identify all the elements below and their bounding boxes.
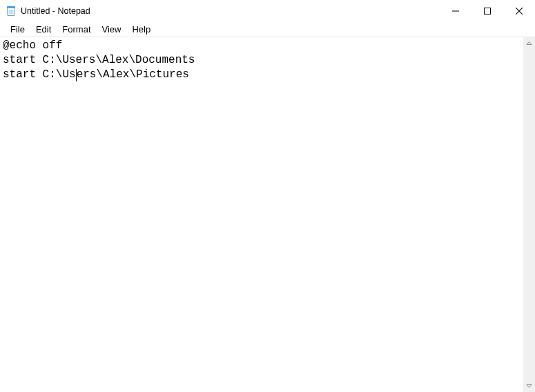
editor-line: start C:\Users\Alex\Pictures — [3, 68, 523, 82]
editor-line: @echo off — [3, 39, 523, 53]
content-area: @echo offstart C:\Users\Alex\Documentsst… — [0, 37, 535, 392]
vertical-scrollbar[interactable] — [523, 37, 535, 392]
menubar: File Edit Format View Help — [0, 22, 535, 37]
svg-rect-6 — [485, 8, 491, 14]
scroll-up-arrow-icon[interactable] — [523, 37, 535, 49]
menu-help[interactable]: Help — [126, 23, 156, 37]
svg-rect-1 — [7, 6, 15, 8]
minimize-button[interactable] — [440, 0, 471, 22]
scrollbar-track[interactable] — [523, 49, 535, 380]
text-editor[interactable]: @echo offstart C:\Users\Alex\Documentsst… — [0, 37, 523, 392]
menu-edit[interactable]: Edit — [30, 23, 57, 37]
scroll-down-arrow-icon[interactable] — [523, 380, 535, 392]
menu-format[interactable]: Format — [57, 23, 96, 37]
notepad-icon — [6, 6, 17, 17]
close-button[interactable] — [503, 0, 535, 22]
notepad-window: Untitled - Notepad File Edit Format View… — [0, 0, 535, 392]
window-title: Untitled - Notepad — [21, 0, 90, 22]
window-controls — [440, 0, 535, 22]
menu-file[interactable]: File — [5, 23, 30, 37]
maximize-button[interactable] — [471, 0, 503, 22]
editor-line: start C:\Users\Alex\Documents — [3, 53, 523, 68]
menu-view[interactable]: View — [97, 23, 127, 37]
titlebar[interactable]: Untitled - Notepad — [0, 0, 535, 22]
